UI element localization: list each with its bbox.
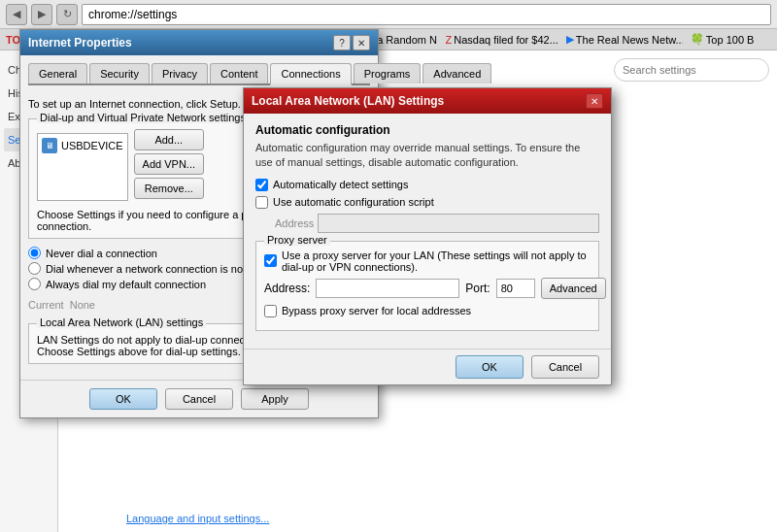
auto-config-title: Automatic configuration [255, 123, 599, 137]
proxy-address-label: Address: [264, 282, 310, 295]
tab-advanced[interactable]: Advanced [422, 63, 491, 83]
auto-detect-label: Automatically detect settings [273, 179, 408, 190]
current-value: None [70, 299, 95, 311]
bookmark-7[interactable]: 🍀 Top 100 B [691, 33, 755, 46]
tab-programs[interactable]: Programs [354, 63, 422, 83]
proxy-addr-row: Address: Port: Advanced [264, 278, 591, 299]
back-button[interactable]: ◀ [6, 4, 27, 25]
vpn-section-label: Dial-up and Virtual Private Network sett… [37, 112, 249, 123]
radio-always-input[interactable] [28, 278, 41, 290]
bookmark-5[interactable]: Z Nasdaq filed for $42... [446, 34, 558, 46]
search-input[interactable] [614, 58, 769, 82]
lan-content: Automatic configuration Automatic config… [244, 114, 611, 349]
radio-never-input[interactable] [28, 247, 41, 259]
vpn-device-label: USBDEVICE [61, 140, 123, 151]
vpn-device-icon: 🖥 [42, 138, 57, 153]
lan-settings-dialog: Local Area Network (LAN) Settings ✕ Auto… [243, 87, 612, 385]
browser-toolbar: ◀ ▶ ↻ [0, 0, 777, 29]
proxy-section-label: Proxy server [264, 234, 330, 246]
reload-button[interactable]: ↻ [56, 4, 78, 25]
auto-detect-checkbox[interactable] [255, 179, 268, 191]
vpn-list[interactable]: 🖥 USBDEVICE [37, 133, 128, 201]
lan-ok-button[interactable]: OK [456, 355, 524, 379]
add-button[interactable]: Add... [134, 129, 204, 150]
proxy-checkbox-item[interactable]: Use a proxy server for your LAN (These s… [264, 249, 591, 273]
tab-security[interactable]: Security [89, 63, 150, 83]
bm-icon-5: Z [446, 34, 453, 46]
bm-label-5: Nasdaq filed for $42... [454, 34, 558, 46]
tab-content[interactable]: Content [210, 63, 269, 83]
address-row: Address [275, 214, 599, 233]
bm-label-6: The Real News Netw... [576, 34, 683, 46]
bm-icon-7: 🍀 [691, 33, 704, 46]
tab-connections[interactable]: Connections [270, 63, 351, 85]
current-label: Current [28, 299, 64, 311]
tab-bar: General Security Privacy Content Connect… [28, 63, 370, 85]
port-label: Port: [465, 282, 490, 295]
dialog-help-button[interactable]: ? [333, 35, 351, 50]
proxy-checkbox-label: Use a proxy server for your LAN (These s… [282, 249, 591, 273]
bm-icon-6: ▶ [566, 33, 574, 46]
lan-footer: OK Cancel [244, 349, 611, 384]
address-bar[interactable] [82, 4, 771, 25]
search-bar-area [614, 58, 769, 82]
address-label: Address [275, 217, 314, 229]
advanced-button[interactable]: Advanced [541, 278, 606, 299]
auto-script-label: Use automatic configuration script [273, 196, 434, 208]
ok-button[interactable]: OK [89, 388, 157, 410]
bm-label-7: Top 100 B [706, 34, 755, 46]
vpn-buttons: Add... Add VPN... Remove... [134, 129, 204, 199]
auto-script-item[interactable]: Use automatic configuration script [255, 196, 599, 209]
remove-button[interactable]: Remove... [134, 178, 204, 199]
lan-cancel-button[interactable]: Cancel [531, 355, 599, 379]
forward-button[interactable]: ▶ [31, 4, 52, 25]
proxy-section-box: Proxy server Use a proxy server for your… [255, 241, 599, 331]
address-input[interactable] [318, 214, 599, 233]
auto-config-desc: Automatic configuration may override man… [255, 141, 599, 171]
bypass-label: Bypass proxy server for local addresses [282, 305, 471, 316]
proxy-address-input[interactable] [316, 279, 459, 298]
tab-privacy[interactable]: Privacy [152, 63, 208, 83]
titlebar-buttons: ? ✕ [333, 35, 370, 50]
lan-section-label: Local Area Network (LAN) settings [37, 316, 206, 328]
auto-script-checkbox[interactable] [255, 196, 268, 209]
bookmark-6[interactable]: ▶ The Real News Netw... [566, 33, 683, 46]
auto-detect-item[interactable]: Automatically detect settings [255, 179, 599, 191]
radio-dial-input[interactable] [28, 262, 41, 275]
dialog-titlebar: Internet Properties ? ✕ [20, 30, 378, 55]
lan-titlebar: Local Area Network (LAN) Settings ✕ [244, 88, 611, 114]
browser-window: ◀ ▶ ↻ TOI Facebook defends m... TOI TV l… [0, 0, 777, 532]
lan-dialog-title: Local Area Network (LAN) Settings [252, 94, 444, 108]
dialog-footer: OK Cancel Apply [20, 380, 378, 417]
tab-general[interactable]: General [28, 63, 87, 83]
apply-button[interactable]: Apply [241, 388, 309, 410]
proxy-checkbox[interactable] [264, 254, 277, 267]
bypass-item[interactable]: Bypass proxy server for local addresses [264, 305, 591, 317]
dialog-close-button[interactable]: ✕ [353, 35, 370, 50]
dialog-title: Internet Properties [28, 36, 132, 50]
port-input[interactable] [496, 279, 535, 298]
bypass-checkbox[interactable] [264, 305, 277, 317]
lan-close-button[interactable]: ✕ [586, 93, 603, 109]
vpn-item[interactable]: 🖥 USBDEVICE [42, 138, 123, 153]
add-vpn-button[interactable]: Add VPN... [134, 153, 204, 175]
language-link[interactable]: Language and input settings... [126, 513, 269, 524]
cancel-button[interactable]: Cancel [165, 388, 233, 410]
